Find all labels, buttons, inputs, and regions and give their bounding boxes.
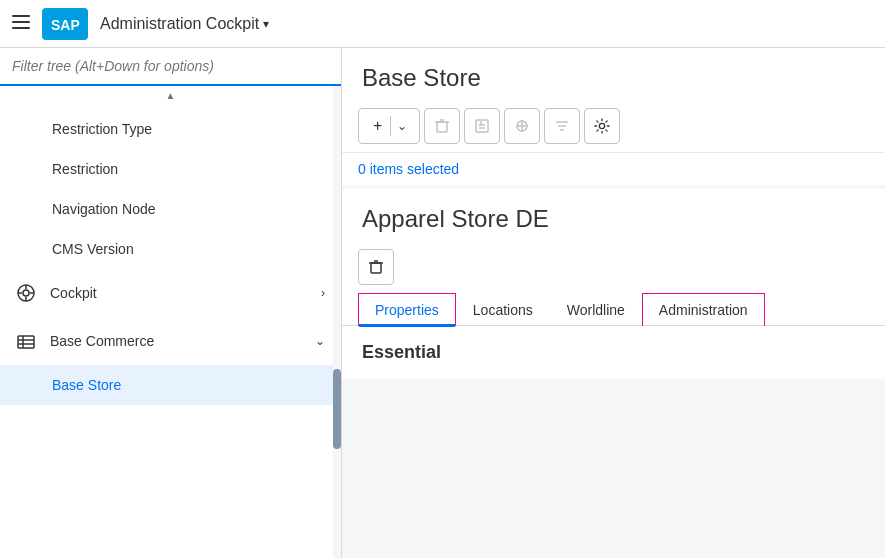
main-content: Base Store + ⌄ <box>342 48 885 558</box>
header: SAP Administration Cockpit ▾ <box>0 0 885 48</box>
compare-button[interactable] <box>504 108 540 144</box>
sap-logo: SAP <box>42 8 88 40</box>
apparel-toolbar <box>342 241 885 293</box>
svg-rect-11 <box>18 336 34 348</box>
essential-title: Essential <box>362 342 441 362</box>
scroll-up-indicator: ▲ <box>0 86 341 105</box>
header-title[interactable]: Administration Cockpit ▾ <box>100 15 269 33</box>
scrollbar-track[interactable] <box>333 86 341 558</box>
sidebar-item-navigation-node[interactable]: Navigation Node <box>0 189 341 229</box>
svg-rect-28 <box>371 263 381 273</box>
tab-locations[interactable]: Locations <box>456 293 550 326</box>
apparel-delete-button[interactable] <box>358 249 394 285</box>
header-title-text: Administration Cockpit <box>100 15 259 33</box>
filter-button[interactable] <box>544 108 580 144</box>
sidebar-item-base-commerce[interactable]: Base Commerce ⌄ <box>0 317 341 365</box>
tab-administration[interactable]: Administration <box>642 293 765 326</box>
delete-button[interactable] <box>424 108 460 144</box>
svg-point-6 <box>23 290 29 296</box>
items-selected-text: 0 items selected <box>342 153 885 185</box>
base-store-toolbar: + ⌄ <box>342 100 885 153</box>
apparel-section: Apparel Store DE Properties <box>342 189 885 379</box>
svg-point-27 <box>600 123 605 128</box>
filter-tree-input[interactable] <box>12 58 329 74</box>
sidebar-item-base-store[interactable]: Base Store <box>0 365 341 405</box>
tab-worldline[interactable]: Worldline <box>550 293 642 326</box>
base-commerce-icon <box>16 331 36 351</box>
add-icon: + <box>367 117 388 135</box>
svg-rect-18 <box>476 120 488 132</box>
svg-rect-1 <box>12 21 30 23</box>
base-store-header: Base Store <box>342 48 885 100</box>
sidebar-item-cms-version[interactable]: CMS Version <box>0 229 341 269</box>
add-dropdown-icon: ⌄ <box>393 119 411 133</box>
base-store-section: Base Store + ⌄ <box>342 48 885 185</box>
cockpit-icon <box>16 283 36 303</box>
filter-input-wrap <box>0 48 341 86</box>
sidebar-item-restriction-type[interactable]: Restriction Type <box>0 109 341 149</box>
apparel-title: Apparel Store DE <box>362 205 549 232</box>
scrollbar-thumb[interactable] <box>333 369 341 449</box>
export-button[interactable] <box>464 108 500 144</box>
svg-rect-2 <box>12 27 30 29</box>
sidebar-item-cockpit[interactable]: Cockpit › <box>0 269 341 317</box>
sidebar-items: Restriction Type Restriction Navigation … <box>0 105 341 409</box>
svg-rect-15 <box>437 122 447 132</box>
sidebar-item-restriction[interactable]: Restriction <box>0 149 341 189</box>
header-dropdown-icon[interactable]: ▾ <box>263 17 269 31</box>
essential-section: Essential <box>342 326 885 379</box>
hamburger-icon[interactable] <box>12 13 30 34</box>
cockpit-chevron: › <box>321 286 325 300</box>
layout: ▲ Restriction Type Restriction Navigatio… <box>0 48 885 558</box>
base-commerce-chevron: ⌄ <box>315 334 325 348</box>
tab-properties[interactable]: Properties <box>358 293 456 326</box>
sidebar-items-wrap: ▲ Restriction Type Restriction Navigatio… <box>0 86 341 558</box>
svg-text:SAP: SAP <box>51 17 80 33</box>
btn-divider <box>390 116 391 136</box>
add-button-group[interactable]: + ⌄ <box>358 108 420 144</box>
apparel-header: Apparel Store DE <box>342 189 885 241</box>
svg-rect-0 <box>12 15 30 17</box>
scroll-up-arrow: ▲ <box>166 90 176 101</box>
base-store-title: Base Store <box>362 64 481 91</box>
settings-button[interactable] <box>584 108 620 144</box>
sidebar: ▲ Restriction Type Restriction Navigatio… <box>0 48 342 558</box>
tabs: Properties Locations Worldline Administr… <box>342 293 885 326</box>
